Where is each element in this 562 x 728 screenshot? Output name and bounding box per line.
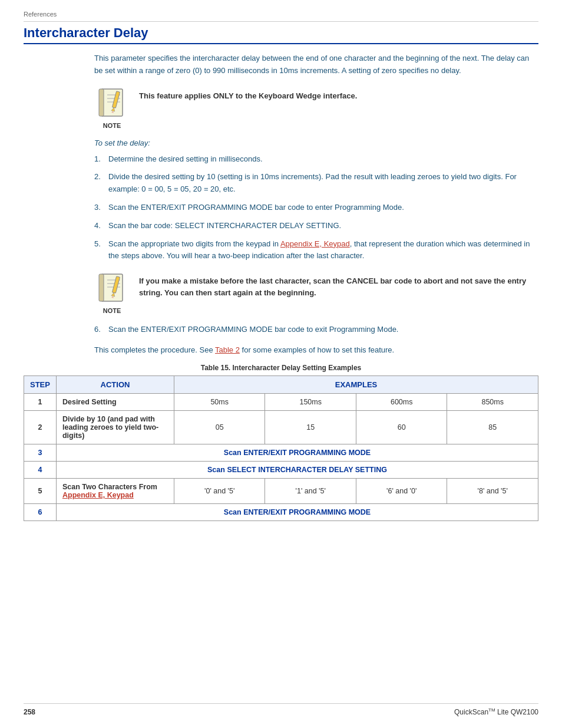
note-2-text: If you make a mistake before the last ch…	[139, 272, 538, 298]
example-cell: 50ms	[174, 393, 265, 410]
span-cell: Scan SELECT INTERCHARACTER DELAY SETTING	[56, 461, 538, 478]
span-cell: Scan ENTER/EXIT PROGRAMMING MODE	[56, 503, 538, 521]
example-cell: 60	[356, 410, 447, 444]
table-row: 1 Desired Setting 50ms 150ms 600ms 850ms	[24, 393, 538, 410]
appendix-e-link-table[interactable]: Appendix E, Keypad	[62, 491, 134, 499]
example-cell: '0' and '5'	[174, 478, 265, 503]
step-4: Scan the bar code: SELECT INTERCHARACTER…	[94, 220, 538, 232]
step-6: Scan the ENTER/EXIT PROGRAMMING MODE bar…	[94, 324, 538, 336]
table-row: 4 Scan SELECT INTERCHARACTER DELAY SETTI…	[24, 461, 538, 478]
completes-text: This completes the procedure. See Table …	[94, 345, 538, 354]
example-cell: 150ms	[265, 393, 356, 410]
table-title: Table 15. Intercharacter Delay Setting E…	[24, 364, 538, 372]
svg-rect-1	[99, 89, 104, 116]
step-cell: 3	[24, 444, 57, 461]
col-header-examples: EXAMPLES	[174, 375, 538, 393]
steps-list-2: Scan the ENTER/EXIT PROGRAMMING MODE bar…	[94, 324, 538, 336]
note-icon-2	[97, 272, 127, 306]
breadcrumb: References	[24, 11, 538, 22]
note-2: NOTE If you make a mistake before the la…	[94, 272, 538, 314]
example-cell: 85	[447, 410, 538, 444]
step-cell: 6	[24, 503, 57, 521]
example-cell: '1' and '5'	[265, 478, 356, 503]
example-cell: 15	[265, 410, 356, 444]
action-cell: Divide by 10 (and pad with leading zeroe…	[56, 410, 174, 444]
action-cell: Scan Two Characters FromAppendix E, Keyp…	[56, 478, 174, 503]
appendix-e-link[interactable]: Appendix E, Keypad	[280, 239, 350, 248]
table-row: 3 Scan ENTER/EXIT PROGRAMMING MODE	[24, 444, 538, 461]
action-cell: Desired Setting	[56, 393, 174, 410]
note-icon	[97, 87, 127, 121]
note-1-text: This feature applies ONLY to the Keyboar…	[139, 87, 357, 102]
step-5: Scan the appropriate two digits from the…	[94, 238, 538, 263]
col-header-step: STEP	[24, 375, 57, 393]
page-title: Intercharacter Delay	[24, 25, 538, 44]
example-cell: '6' and '0'	[356, 478, 447, 503]
example-cell: 850ms	[447, 393, 538, 410]
svg-rect-9	[99, 274, 104, 301]
step-1: Determine the desired setting in millise…	[94, 153, 538, 166]
table-row: 5 Scan Two Characters FromAppendix E, Ke…	[24, 478, 538, 503]
col-header-action: ACTION	[56, 375, 174, 393]
note-1-label: NOTE	[103, 122, 121, 129]
note-2-label: NOTE	[103, 307, 121, 314]
intro-text: This parameter specifies the intercharac…	[94, 52, 538, 77]
step-2: Divide the desired setting by 10 (settin…	[94, 171, 538, 196]
span-cell: Scan ENTER/EXIT PROGRAMMING MODE	[56, 444, 538, 461]
step-cell: 4	[24, 461, 57, 478]
example-cell: '8' and '5'	[447, 478, 538, 503]
intercharacter-delay-table: STEP ACTION EXAMPLES 1 Desired Setting 5…	[24, 375, 538, 521]
example-cell: 600ms	[356, 393, 447, 410]
set-delay-label: To set the delay:	[94, 139, 538, 147]
table-row: 6 Scan ENTER/EXIT PROGRAMMING MODE	[24, 503, 538, 521]
step-3: Scan the ENTER/EXIT PROGRAMMING MODE bar…	[94, 202, 538, 214]
step-cell: 1	[24, 393, 57, 410]
table-row: 2 Divide by 10 (and pad with leading zer…	[24, 410, 538, 444]
product-name: QuickScanTM Lite QW2100	[454, 707, 538, 716]
example-cell: 05	[174, 410, 265, 444]
note-1: NOTE This feature applies ONLY to the Ke…	[94, 87, 538, 129]
step-cell: 2	[24, 410, 57, 444]
page-number: 258	[24, 708, 35, 716]
step-cell: 5	[24, 478, 57, 503]
table2-link[interactable]: Table 2	[215, 345, 240, 354]
page-footer: 258 QuickScanTM Lite QW2100	[24, 703, 538, 716]
steps-list: Determine the desired setting in millise…	[94, 153, 538, 263]
